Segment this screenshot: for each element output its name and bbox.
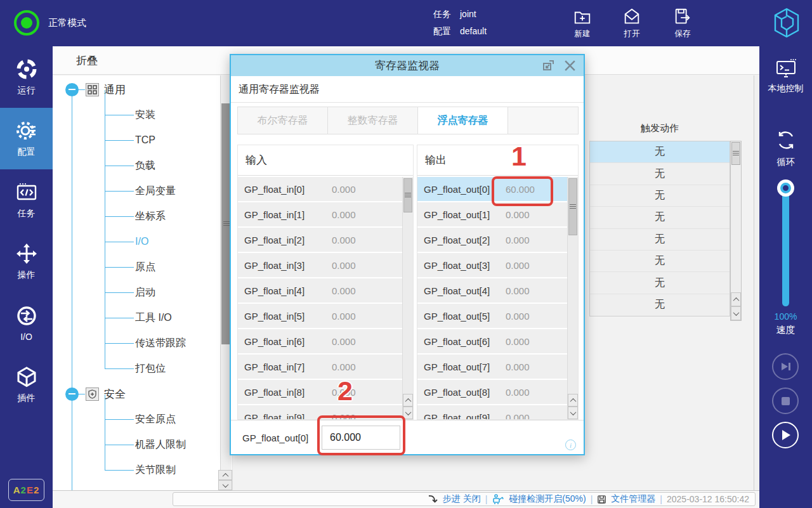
local-control-button[interactable]: 本地控制: [759, 58, 812, 94]
nav-item-task[interactable]: 任务: [0, 169, 53, 231]
scrollbar-thumb[interactable]: [403, 178, 412, 212]
trigger-scrollbar-thumb[interactable]: [731, 142, 740, 165]
scroll-down-button[interactable]: [403, 407, 413, 419]
chevron-down-icon: [222, 481, 228, 488]
register-row[interactable]: GP_float_out[5]0.000: [417, 304, 578, 328]
speed-slider[interactable]: [782, 187, 789, 306]
content-right-scrollbar-track[interactable]: [754, 75, 759, 490]
speed-slider-knob[interactable]: [777, 179, 794, 197]
tree-item[interactable]: 安全原点: [53, 407, 219, 432]
tree-item[interactable]: I/O: [53, 229, 219, 254]
register-row[interactable]: GP_float_out[0]60.000: [417, 177, 578, 201]
save-button[interactable]: 保存: [664, 7, 702, 39]
mode-label: 正常模式: [48, 0, 86, 46]
tree-item[interactable]: TCP: [53, 127, 219, 153]
register-row[interactable]: GP_float_out[1]0.000: [417, 202, 578, 226]
register-row[interactable]: GP_float_out[2]0.000: [417, 228, 578, 252]
chevron-down-icon: [405, 409, 411, 415]
register-row[interactable]: GP_float_out[9]0.000: [417, 405, 578, 419]
scroll-down-button[interactable]: [218, 480, 232, 490]
tab-bool-register[interactable]: 布尔寄存器: [238, 107, 328, 134]
tab-int-register[interactable]: 整数寄存器: [328, 107, 418, 134]
file-manager-link[interactable]: 文件管理器: [611, 493, 655, 505]
trigger-row[interactable]: 无: [590, 141, 730, 163]
trigger-row[interactable]: 无: [590, 163, 730, 185]
output-list-scrollbar[interactable]: [567, 177, 578, 419]
new-button[interactable]: 新建: [563, 7, 601, 39]
input-list-scrollbar[interactable]: [402, 177, 413, 419]
step-status[interactable]: 步进 关闭: [443, 493, 481, 505]
register-row[interactable]: GP_float_out[4]0.000: [417, 278, 578, 303]
trigger-column-header: 触发动作: [589, 116, 730, 141]
trigger-row[interactable]: 无: [590, 294, 730, 316]
tree-item[interactable]: 全局变量: [53, 178, 219, 204]
scroll-up-button[interactable]: [403, 394, 413, 407]
register-value-input[interactable]: 60.000: [322, 426, 400, 450]
register-row[interactable]: GP_float_out[7]0.000: [417, 355, 578, 379]
info-icon[interactable]: i: [565, 440, 576, 450]
register-row[interactable]: GP_float_in[1]0.000: [238, 202, 413, 226]
register-row[interactable]: GP_float_out[3]0.000: [417, 253, 578, 277]
tree-item[interactable]: 传送带跟踪: [53, 330, 219, 356]
register-row[interactable]: GP_float_in[8]0.000: [238, 380, 413, 404]
play-button[interactable]: [772, 422, 799, 448]
loop-button[interactable]: 循环: [759, 127, 812, 168]
nav-item-run[interactable]: 运行: [0, 46, 53, 108]
tree-item[interactable]: 工具 I/O: [53, 305, 219, 330]
version-badge[interactable]: A2E2: [8, 479, 44, 501]
nav-item-plugin[interactable]: 插件: [0, 354, 53, 415]
trigger-row[interactable]: 无: [590, 185, 730, 207]
open-envelope-icon: [622, 7, 641, 26]
tree-item[interactable]: 启动: [53, 280, 219, 305]
trigger-row[interactable]: 无: [590, 229, 730, 251]
nav-item-operate[interactable]: 操作: [0, 231, 53, 292]
config-tree: 通用 安装TCP负载全局变量坐标系I/O原点启动工具 I/O传送带跟踪打包位 安…: [53, 77, 219, 490]
register-row[interactable]: GP_float_in[9]0.000: [238, 405, 413, 419]
status-bar: 步进 关闭 | 碰撞检测开启(50%) | 文件管理器 | 2025-03-12…: [53, 490, 759, 508]
scroll-up-button[interactable]: [218, 470, 232, 480]
scroll-down-button[interactable]: [568, 407, 578, 419]
scrollbar-thumb[interactable]: [568, 178, 577, 235]
dialog-title: 寄存器监视器: [375, 58, 440, 73]
speed-percent: 100%: [759, 311, 812, 322]
register-row[interactable]: GP_float_in[7]0.000: [238, 355, 413, 379]
register-row[interactable]: GP_float_in[0]0.000: [238, 177, 413, 201]
scroll-up-button[interactable]: [568, 394, 578, 407]
tree-item[interactable]: 原点: [53, 254, 219, 280]
tree-item[interactable]: 打包位: [53, 356, 219, 381]
tree-item[interactable]: 安装: [53, 102, 219, 127]
close-icon[interactable]: [563, 58, 577, 73]
dialog-titlebar[interactable]: 寄存器监视器: [231, 55, 584, 76]
tab-float-register[interactable]: 浮点寄存器: [418, 107, 508, 134]
stop-button[interactable]: [772, 388, 799, 414]
register-value-editor: GP_float_out[0] 60.000 i: [231, 420, 584, 454]
register-row[interactable]: GP_float_in[5]0.000: [238, 304, 413, 328]
nav-item-io[interactable]: I/O: [0, 292, 53, 354]
tree-node-general[interactable]: 通用: [53, 77, 219, 102]
collapse-toggle-icon[interactable]: [65, 83, 79, 96]
register-row[interactable]: GP_float_in[6]0.000: [238, 329, 413, 353]
trigger-scrollbar[interactable]: [730, 141, 742, 321]
register-row[interactable]: GP_float_out[6]0.000: [417, 329, 578, 353]
scroll-down-button[interactable]: [731, 306, 741, 320]
trigger-row[interactable]: 无: [590, 207, 730, 228]
trigger-row[interactable]: 无: [590, 272, 730, 294]
restore-window-icon[interactable]: [542, 59, 555, 72]
collapse-button[interactable]: 折叠: [76, 46, 98, 75]
tree-node-safety[interactable]: 安全: [53, 381, 219, 407]
tree-item[interactable]: 坐标系: [53, 204, 219, 229]
scroll-up-button[interactable]: [731, 292, 741, 306]
register-row[interactable]: GP_float_in[2]0.000: [238, 228, 413, 252]
register-row[interactable]: GP_float_in[3]0.000: [238, 253, 413, 277]
open-button[interactable]: 打开: [613, 7, 651, 39]
tree-item[interactable]: 机器人限制: [53, 432, 219, 457]
collision-status[interactable]: 碰撞检测开启(50%): [509, 493, 586, 505]
nav-item-config[interactable]: 配置: [0, 108, 53, 169]
tree-item[interactable]: 关节限制: [53, 457, 219, 483]
register-row[interactable]: GP_float_in[4]0.000: [238, 278, 413, 303]
collapse-toggle-icon[interactable]: [65, 388, 79, 401]
register-row[interactable]: GP_float_out[8]0.000: [417, 380, 578, 404]
trigger-row[interactable]: 无: [590, 251, 730, 272]
tree-item[interactable]: 负载: [53, 153, 219, 178]
step-forward-button[interactable]: [772, 353, 799, 380]
